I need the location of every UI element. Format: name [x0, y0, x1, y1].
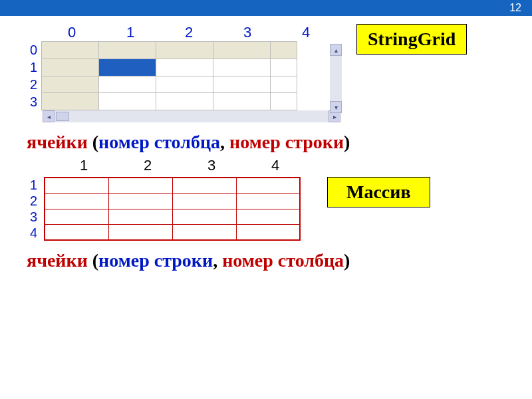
arr-cell [236, 178, 300, 194]
scroll-down-icon[interactable]: ▾ [330, 101, 342, 113]
sg-cell[interactable] [271, 42, 297, 59]
sg-col-3: 3 [218, 24, 277, 41]
sg-cell[interactable] [99, 93, 156, 110]
arr-cell [172, 209, 236, 225]
arr-cell [45, 194, 108, 209]
stringgrid-vscrollbar[interactable]: ▴ ▾ [330, 44, 342, 113]
scroll-thumb[interactable] [56, 112, 69, 121]
stringgrid-hscrollbar[interactable]: ◂ ▸ [43, 110, 340, 122]
sg-col-4: 4 [277, 24, 335, 41]
stringgrid-col-labels: 0 1 2 3 4 [43, 24, 340, 41]
arr-cell [108, 194, 172, 209]
array-row-labels: 1 2 3 4 [27, 177, 37, 241]
slide-header: 12 [0, 0, 532, 16]
sg-cell[interactable] [156, 59, 213, 76]
arr-cell [45, 209, 108, 225]
arr-cell [236, 225, 300, 241]
comma: , [220, 132, 229, 152]
arr-row-3: 3 [27, 209, 37, 225]
arr-cell [236, 194, 300, 209]
arr-cell [45, 225, 108, 241]
sg-row-2: 2 [27, 76, 37, 93]
scroll-left-icon[interactable]: ◂ [43, 110, 55, 122]
sg-cell[interactable] [156, 76, 213, 93]
word-cells: ячейки [27, 250, 88, 271]
sg-cell[interactable] [213, 76, 271, 93]
arr-row-2: 2 [27, 193, 37, 209]
arr-cell [172, 225, 236, 241]
sg-col-2: 2 [160, 24, 218, 41]
arr-cell [108, 178, 172, 194]
array-col-labels: 1 2 3 4 [52, 157, 505, 174]
array-table [44, 177, 301, 241]
arr-col-1: 1 [52, 157, 116, 174]
arr-cell [172, 178, 236, 194]
arr-cell [172, 194, 236, 209]
word-cells: ячейки [27, 132, 88, 152]
comma: , [213, 250, 222, 271]
paren-open: ( [88, 132, 98, 152]
sg-cell[interactable] [271, 93, 297, 110]
sg-cell[interactable] [271, 76, 297, 93]
sg-cell[interactable] [99, 76, 156, 93]
arr-col-3: 3 [180, 157, 243, 174]
sg-cell[interactable] [213, 93, 271, 110]
sg-cell[interactable] [271, 59, 297, 76]
arr-cell [45, 178, 108, 194]
arr-cell [236, 209, 300, 225]
sg-cell[interactable] [156, 42, 213, 59]
scroll-up-icon[interactable]: ▴ [330, 44, 342, 56]
sg-cell[interactable] [42, 42, 99, 59]
array-formula: ячейки (номер строки, номер столбца) [27, 250, 505, 271]
arr-col-2: 2 [116, 157, 180, 174]
array-label: Массив [327, 177, 430, 207]
sg-cell-selected[interactable] [99, 59, 156, 76]
sg-row-1: 1 [27, 59, 37, 76]
arr-col-4: 4 [243, 157, 307, 174]
row-phrase: номер строки [229, 132, 344, 152]
col-phrase: номер столбца [222, 250, 344, 271]
arr-row-4: 4 [27, 225, 37, 241]
sg-cell[interactable] [213, 59, 271, 76]
sg-col-0: 0 [43, 24, 101, 41]
row-phrase: номер строки [98, 250, 213, 271]
arr-row-1: 1 [27, 177, 37, 193]
arr-cell [108, 209, 172, 225]
stringgrid-formula: ячейки (номер столбца, номер строки) [27, 132, 505, 153]
sg-cell[interactable] [42, 59, 99, 76]
sg-row-3: 3 [27, 93, 37, 110]
paren-close: ) [344, 132, 350, 152]
stringgrid-table[interactable] [41, 41, 297, 110]
sg-cell[interactable] [156, 93, 213, 110]
sg-cell[interactable] [42, 76, 99, 93]
sg-cell[interactable] [99, 42, 156, 59]
stringgrid-row-labels: 0 1 2 3 [27, 41, 37, 110]
col-phrase: номер столбца [98, 132, 220, 152]
paren-open: ( [88, 250, 98, 271]
paren-close: ) [344, 250, 350, 271]
sg-col-1: 1 [101, 24, 160, 41]
stringgrid-area: 0 1 2 3 4 0 1 2 3 [27, 24, 340, 122]
stringgrid-label: StringGrid [356, 24, 467, 55]
arr-cell [108, 225, 172, 241]
sg-cell[interactable] [213, 42, 271, 59]
sg-cell[interactable] [42, 93, 99, 110]
sg-row-0: 0 [27, 41, 37, 59]
page-number: 12 [509, 2, 521, 14]
